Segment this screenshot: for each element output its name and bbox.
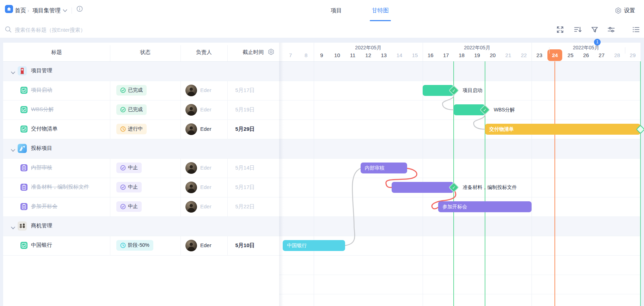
assignee-name: Eder xyxy=(200,203,211,209)
gantt-right-edge xyxy=(640,43,644,306)
status-badge: 已完成 xyxy=(116,104,147,115)
gear-icon xyxy=(615,7,622,14)
column-header: 状态 xyxy=(140,49,151,56)
gantt-bar[interactable] xyxy=(392,182,454,193)
due-date: 5月14日 xyxy=(227,165,263,171)
sort-icon[interactable] xyxy=(574,25,582,34)
status-icon xyxy=(120,107,126,112)
search-bar: 1 xyxy=(0,21,644,38)
info-icon[interactable] xyxy=(76,6,83,12)
day-label: 12 xyxy=(363,52,374,58)
home-icon[interactable] xyxy=(5,5,13,13)
day-label: 18 xyxy=(456,52,467,58)
search-input[interactable] xyxy=(14,24,227,35)
teal-check-icon xyxy=(20,242,27,249)
row-gridline xyxy=(279,120,640,120)
month-label: 2022年05月 xyxy=(573,45,599,51)
today-badge: 24 xyxy=(547,49,562,61)
teal-check-icon xyxy=(20,126,27,133)
week-gridline xyxy=(423,43,423,306)
day-label: 22 xyxy=(519,52,529,58)
gantt-bar[interactable]: 内部审核 xyxy=(361,163,407,173)
group-icon xyxy=(18,221,27,231)
view-tabs: 项目 甘特图 xyxy=(331,0,389,21)
day-label: 29 xyxy=(627,52,638,58)
day-label: 21 xyxy=(503,52,514,58)
status-badge: 阶段-50% xyxy=(116,240,153,251)
collapse-chevron-icon[interactable] xyxy=(11,225,16,231)
due-date: 5月17日 xyxy=(227,87,263,94)
teal-check-icon xyxy=(20,106,27,113)
due-date: 5月19日 xyxy=(227,106,263,113)
status-label: 已完成 xyxy=(128,87,143,93)
settings-button[interactable]: 设置 xyxy=(615,0,635,21)
day-label: 7 xyxy=(285,52,296,58)
chevron-down-icon[interactable] xyxy=(63,9,67,12)
purple-doc-icon xyxy=(20,184,27,191)
group-title: 项目管理 xyxy=(31,67,52,74)
assignee-avatar xyxy=(185,85,197,96)
status-icon xyxy=(120,87,126,93)
list-view-icon[interactable] xyxy=(632,25,640,34)
column-header: 标题 xyxy=(51,49,62,56)
status-label: 中止 xyxy=(128,203,138,210)
column-settings-button[interactable] xyxy=(266,47,276,57)
due-date: 5月17日 xyxy=(227,184,263,191)
status-icon xyxy=(120,184,126,190)
search-icon xyxy=(5,26,12,33)
row-gridline xyxy=(279,197,640,197)
day-label: 11 xyxy=(348,52,358,58)
column-border xyxy=(227,45,228,61)
assignee-name: Eder xyxy=(200,184,211,190)
column-border xyxy=(180,45,181,61)
status-icon xyxy=(120,165,126,171)
column-border xyxy=(110,45,110,61)
gantt-bar-label: 准备材料，编制投标文件 xyxy=(462,182,517,193)
status-label: 中止 xyxy=(128,165,138,171)
collapse-chevron-icon[interactable] xyxy=(11,69,16,76)
sliders-icon[interactable] xyxy=(607,25,615,34)
purple-doc-icon xyxy=(20,203,27,210)
milestone-line xyxy=(640,61,641,306)
collapse-chevron-icon[interactable] xyxy=(11,147,16,153)
divider xyxy=(72,7,72,14)
group-title: 商机管理 xyxy=(31,222,52,229)
top-nav-bar: 首页 › 项目集管理 项目 甘特图 设置 xyxy=(0,0,644,22)
table-gantt-divider xyxy=(279,43,283,306)
tab-project[interactable]: 项目 xyxy=(331,0,342,21)
expand-icon[interactable] xyxy=(556,25,564,34)
row-gridline xyxy=(279,216,640,217)
column-header: 截止时间 xyxy=(243,49,264,56)
group-icon xyxy=(18,144,27,153)
teal-check-icon xyxy=(20,87,27,94)
gantt-bar[interactable]: 参加开标会 xyxy=(438,201,532,212)
status-badge: 进行中 xyxy=(116,124,147,134)
breadcrumb-home[interactable]: 首页 xyxy=(15,0,26,21)
day-label: 14 xyxy=(394,52,405,58)
status-badge: 中止 xyxy=(116,201,142,212)
month-label: 2022年05月 xyxy=(464,45,490,51)
breadcrumb-section[interactable]: 项目集管理 xyxy=(32,0,61,21)
month-label: 2022年05月 xyxy=(355,45,381,51)
day-label: 17 xyxy=(441,52,451,58)
assignee-avatar xyxy=(185,240,197,251)
status-badge: 中止 xyxy=(116,182,142,192)
status-icon xyxy=(120,243,126,248)
assignee-avatar xyxy=(185,162,197,174)
day-label: 23 xyxy=(534,52,545,58)
divider xyxy=(549,47,550,54)
group-title: 投标项目 xyxy=(31,145,52,152)
row-gridline xyxy=(279,236,640,236)
tab-gantt[interactable]: 甘特图 xyxy=(372,0,389,21)
gantt-bar[interactable]: 交付物清单 xyxy=(485,124,640,135)
task-title: WBS分解 xyxy=(31,106,54,113)
assignee-name: Eder xyxy=(200,165,211,171)
due-date: 5月22日 xyxy=(227,203,263,210)
divider xyxy=(625,47,625,54)
row-gridline xyxy=(279,158,640,159)
assignee-name: Eder xyxy=(200,87,211,93)
filter-icon[interactable] xyxy=(590,25,599,34)
day-label: 28 xyxy=(612,52,622,58)
gantt-bar[interactable]: 中国银行 xyxy=(283,240,345,251)
assignee-avatar xyxy=(185,201,197,213)
